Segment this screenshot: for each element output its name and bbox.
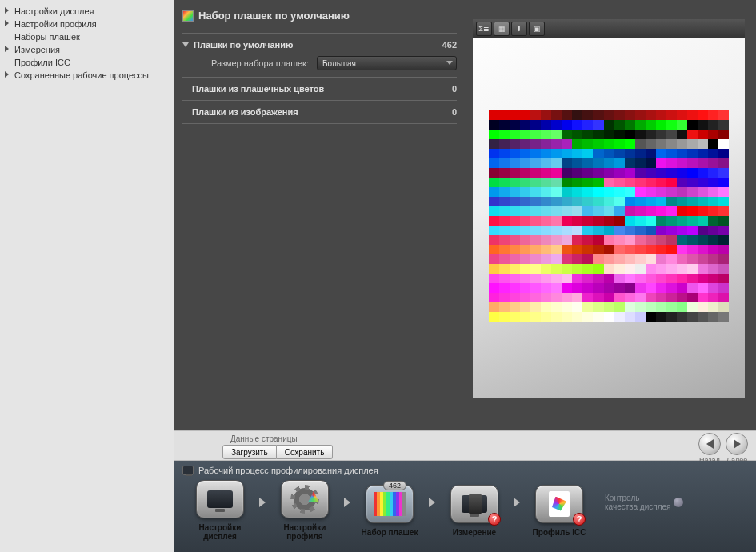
patch-size-label: Размер набора плашек: bbox=[182, 58, 317, 68]
tool-download[interactable]: ⬇ bbox=[511, 22, 527, 36]
chevron-right-icon bbox=[5, 20, 9, 26]
workflow-bar: Рабочий процесс профилирования дисплея Н… bbox=[174, 461, 756, 552]
patch-chart bbox=[489, 110, 729, 322]
chevron-down-icon bbox=[182, 42, 189, 47]
workflow-title: Рабочий процесс профилирования дисплея bbox=[174, 461, 756, 480]
preview-panel: Σ≣ ▦ ⬇ ▣ bbox=[465, 0, 756, 430]
alert-icon: ? bbox=[488, 513, 501, 526]
sidebar-item-icc-profiles[interactable]: Профили ICC bbox=[0, 56, 174, 69]
section-image-patches[interactable]: Плашки из изображения 0 bbox=[182, 107, 457, 117]
chevron-right-icon bbox=[429, 498, 435, 507]
sidebar-item-profile-settings[interactable]: Настройки профиля bbox=[0, 18, 174, 30]
sidebar-item-display-settings[interactable]: Настройки дисплея bbox=[0, 5, 174, 18]
chevron-right-icon bbox=[259, 498, 266, 507]
back-button[interactable]: Назад bbox=[698, 433, 721, 464]
patch-set-icon bbox=[182, 10, 194, 22]
chevron-down-icon bbox=[446, 61, 453, 65]
file-bar: Данные страницы Загрузить Сохранить Наза… bbox=[174, 430, 756, 461]
chevron-right-icon bbox=[514, 498, 520, 507]
load-button[interactable]: Загрузить bbox=[222, 445, 277, 459]
file-group-label: Данные страницы bbox=[222, 434, 756, 443]
alert-icon: ? bbox=[573, 513, 586, 526]
save-button[interactable]: Сохранить bbox=[277, 445, 334, 459]
sidebar-item-patch-sets[interactable]: Наборы плашек bbox=[0, 30, 174, 43]
preview-toolbar: Σ≣ ▦ ⬇ ▣ bbox=[473, 19, 745, 38]
sidebar-item-saved-workflows[interactable]: Сохраненные рабочие процессы bbox=[0, 69, 174, 82]
arrow-left-icon bbox=[706, 439, 714, 449]
circle-icon bbox=[674, 498, 683, 507]
monitor-icon bbox=[182, 466, 194, 475]
settings-panel: Набор плашек по умолчанию Плашки по умол… bbox=[174, 0, 465, 430]
section-default-patches[interactable]: Плашки по умолчанию 462 bbox=[182, 40, 457, 50]
tool-grid[interactable]: ▦ bbox=[494, 22, 510, 36]
step-measurement[interactable]: ? Измерение bbox=[438, 485, 510, 537]
panel-title: Набор плашек по умолчанию bbox=[182, 10, 457, 22]
chevron-right-icon bbox=[5, 7, 9, 14]
tool-summary[interactable]: Σ≣ bbox=[476, 22, 492, 36]
tool-user[interactable]: ▣ bbox=[529, 22, 545, 36]
section-spot-patches[interactable]: Плашки из плашечных цветов 0 bbox=[182, 84, 457, 94]
next-button[interactable]: Далее bbox=[726, 433, 748, 464]
chevron-right-icon bbox=[344, 498, 350, 507]
step-profile-settings[interactable]: Настройки профиля bbox=[269, 480, 341, 541]
arrow-right-icon bbox=[734, 439, 741, 449]
step-display-settings[interactable]: Настройки дисплея bbox=[184, 480, 256, 541]
step-icc-profile[interactable]: ? Профиль ICC bbox=[523, 485, 595, 537]
patch-count-badge: 462 bbox=[383, 481, 406, 490]
patch-size-select[interactable]: Большая bbox=[317, 56, 457, 70]
chevron-right-icon bbox=[5, 71, 9, 78]
sidebar: Настройки дисплея Настройки профиля Набо… bbox=[0, 0, 174, 552]
quality-control-link[interactable]: Контроль качества дисплея bbox=[605, 494, 683, 511]
step-patch-set[interactable]: 462 Набор плашек bbox=[354, 485, 426, 537]
chevron-right-icon bbox=[5, 46, 9, 52]
sidebar-item-measurements[interactable]: Измерения bbox=[0, 43, 174, 56]
